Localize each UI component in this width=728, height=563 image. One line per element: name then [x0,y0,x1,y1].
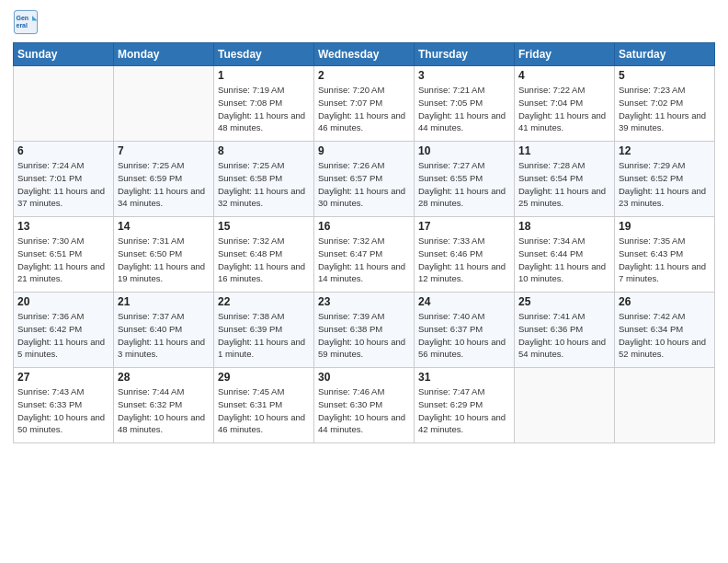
day-info: Sunrise: 7:42 AM Sunset: 6:34 PM Dayligh… [619,310,711,361]
calendar-cell: 8Sunrise: 7:25 AM Sunset: 6:58 PM Daylig… [214,142,314,217]
day-number: 17 [418,220,510,233]
day-info: Sunrise: 7:20 AM Sunset: 7:07 PM Dayligh… [318,84,410,134]
day-number: 7 [118,144,210,157]
day-info: Sunrise: 7:22 AM Sunset: 7:04 PM Dayligh… [518,84,610,134]
day-info: Sunrise: 7:45 AM Sunset: 6:31 PM Dayligh… [218,385,310,436]
day-number: 2 [318,69,410,82]
day-number: 22 [218,295,310,308]
day-info: Sunrise: 7:28 AM Sunset: 6:54 PM Dayligh… [518,159,610,210]
day-number: 23 [318,295,410,308]
calendar-cell [515,368,615,443]
calendar-cell: 24Sunrise: 7:40 AM Sunset: 6:37 PM Dayli… [415,293,515,368]
day-info: Sunrise: 7:35 AM Sunset: 6:43 PM Dayligh… [619,235,711,285]
header-row: SundayMondayTuesdayWednesdayThursdayFrid… [14,43,715,66]
day-number: 8 [218,144,310,157]
weekday-header: Tuesday [214,43,314,66]
day-number: 18 [518,220,610,233]
day-info: Sunrise: 7:27 AM Sunset: 6:55 PM Dayligh… [418,159,510,210]
calendar-cell: 4Sunrise: 7:22 AM Sunset: 7:04 PM Daylig… [515,66,615,142]
calendar-cell: 15Sunrise: 7:32 AM Sunset: 6:48 PM Dayli… [214,217,314,293]
calendar-cell: 14Sunrise: 7:31 AM Sunset: 6:50 PM Dayli… [114,217,214,293]
day-number: 20 [17,295,109,308]
day-info: Sunrise: 7:36 AM Sunset: 6:42 PM Dayligh… [17,310,109,361]
calendar-cell: 25Sunrise: 7:41 AM Sunset: 6:36 PM Dayli… [515,293,615,368]
calendar-cell: 19Sunrise: 7:35 AM Sunset: 6:43 PM Dayli… [615,217,715,293]
calendar-cell: 22Sunrise: 7:38 AM Sunset: 6:39 PM Dayli… [214,293,314,368]
calendar-cell: 3Sunrise: 7:21 AM Sunset: 7:05 PM Daylig… [415,66,515,142]
calendar-cell [114,66,214,142]
calendar-cell: 21Sunrise: 7:37 AM Sunset: 6:40 PM Dayli… [114,293,214,368]
day-number: 15 [218,220,310,233]
weekday-header: Wednesday [314,43,415,66]
day-number: 21 [118,295,210,308]
weekday-header: Sunday [14,43,114,66]
calendar-cell: 13Sunrise: 7:30 AM Sunset: 6:51 PM Dayli… [14,217,114,293]
week-row: 20Sunrise: 7:36 AM Sunset: 6:42 PM Dayli… [14,293,715,368]
calendar-cell: 9Sunrise: 7:26 AM Sunset: 6:57 PM Daylig… [314,142,415,217]
day-info: Sunrise: 7:32 AM Sunset: 6:47 PM Dayligh… [318,235,410,285]
day-info: Sunrise: 7:34 AM Sunset: 6:44 PM Dayligh… [518,235,610,285]
calendar-cell: 17Sunrise: 7:33 AM Sunset: 6:46 PM Dayli… [415,217,515,293]
day-info: Sunrise: 7:25 AM Sunset: 6:59 PM Dayligh… [118,159,210,210]
day-info: Sunrise: 7:41 AM Sunset: 6:36 PM Dayligh… [518,310,610,361]
calendar-table: SundayMondayTuesdayWednesdayThursdayFrid… [13,42,715,443]
calendar-cell: 26Sunrise: 7:42 AM Sunset: 6:34 PM Dayli… [615,293,715,368]
day-info: Sunrise: 7:23 AM Sunset: 7:02 PM Dayligh… [619,84,711,134]
day-number: 10 [418,144,510,157]
day-number: 29 [218,371,310,384]
weekday-header: Saturday [615,43,715,66]
day-info: Sunrise: 7:33 AM Sunset: 6:46 PM Dayligh… [418,235,510,285]
day-number: 19 [619,220,711,233]
day-number: 31 [418,371,510,384]
week-row: 27Sunrise: 7:43 AM Sunset: 6:33 PM Dayli… [14,368,715,443]
calendar-cell: 27Sunrise: 7:43 AM Sunset: 6:33 PM Dayli… [14,368,114,443]
day-info: Sunrise: 7:39 AM Sunset: 6:38 PM Dayligh… [318,310,410,361]
calendar-cell: 2Sunrise: 7:20 AM Sunset: 7:07 PM Daylig… [314,66,415,142]
svg-text:Gen: Gen [17,15,29,21]
calendar-cell [14,66,114,142]
page: Gen eral SundayMondayTuesdayWednesdayThu… [0,0,728,563]
calendar-cell: 12Sunrise: 7:29 AM Sunset: 6:52 PM Dayli… [615,142,715,217]
calendar-cell: 5Sunrise: 7:23 AM Sunset: 7:02 PM Daylig… [615,66,715,142]
day-info: Sunrise: 7:32 AM Sunset: 6:48 PM Dayligh… [218,235,310,285]
day-number: 6 [17,144,109,157]
day-number: 9 [318,144,410,157]
calendar-cell: 20Sunrise: 7:36 AM Sunset: 6:42 PM Dayli… [14,293,114,368]
day-info: Sunrise: 7:47 AM Sunset: 6:29 PM Dayligh… [418,385,510,436]
day-info: Sunrise: 7:29 AM Sunset: 6:52 PM Dayligh… [619,159,711,210]
day-number: 28 [118,371,210,384]
weekday-header: Monday [114,43,214,66]
day-number: 13 [17,220,109,233]
day-info: Sunrise: 7:37 AM Sunset: 6:40 PM Dayligh… [118,310,210,361]
day-info: Sunrise: 7:44 AM Sunset: 6:32 PM Dayligh… [118,385,210,436]
svg-text:eral: eral [17,22,28,29]
calendar-cell: 28Sunrise: 7:44 AM Sunset: 6:32 PM Dayli… [114,368,214,443]
day-info: Sunrise: 7:30 AM Sunset: 6:51 PM Dayligh… [17,235,109,285]
header: Gen eral [13,9,715,35]
calendar-cell [615,368,715,443]
day-number: 25 [518,295,610,308]
calendar-cell: 11Sunrise: 7:28 AM Sunset: 6:54 PM Dayli… [515,142,615,217]
logo-icon: Gen eral [13,9,39,35]
day-info: Sunrise: 7:46 AM Sunset: 6:30 PM Dayligh… [318,385,410,436]
day-info: Sunrise: 7:26 AM Sunset: 6:57 PM Dayligh… [318,159,410,210]
calendar-cell: 7Sunrise: 7:25 AM Sunset: 6:59 PM Daylig… [114,142,214,217]
day-number: 26 [619,295,711,308]
calendar-cell: 30Sunrise: 7:46 AM Sunset: 6:30 PM Dayli… [314,368,415,443]
day-info: Sunrise: 7:19 AM Sunset: 7:08 PM Dayligh… [218,84,310,134]
day-info: Sunrise: 7:25 AM Sunset: 6:58 PM Dayligh… [218,159,310,210]
day-number: 14 [118,220,210,233]
weekday-header: Friday [515,43,615,66]
day-number: 11 [518,144,610,157]
calendar-cell: 18Sunrise: 7:34 AM Sunset: 6:44 PM Dayli… [515,217,615,293]
day-info: Sunrise: 7:38 AM Sunset: 6:39 PM Dayligh… [218,310,310,361]
calendar-cell: 29Sunrise: 7:45 AM Sunset: 6:31 PM Dayli… [214,368,314,443]
day-number: 5 [619,69,711,82]
week-row: 6Sunrise: 7:24 AM Sunset: 7:01 PM Daylig… [14,142,715,217]
day-number: 3 [418,69,510,82]
calendar-cell: 23Sunrise: 7:39 AM Sunset: 6:38 PM Dayli… [314,293,415,368]
calendar-cell: 31Sunrise: 7:47 AM Sunset: 6:29 PM Dayli… [415,368,515,443]
calendar-cell: 1Sunrise: 7:19 AM Sunset: 7:08 PM Daylig… [214,66,314,142]
day-info: Sunrise: 7:43 AM Sunset: 6:33 PM Dayligh… [17,385,109,436]
day-number: 27 [17,371,109,384]
